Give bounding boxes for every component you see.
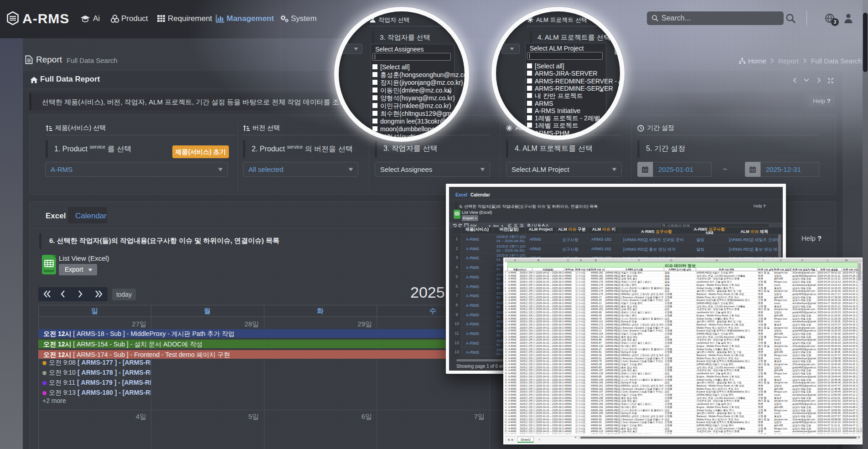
svg-text:Arial: Arial [470, 224, 476, 227]
